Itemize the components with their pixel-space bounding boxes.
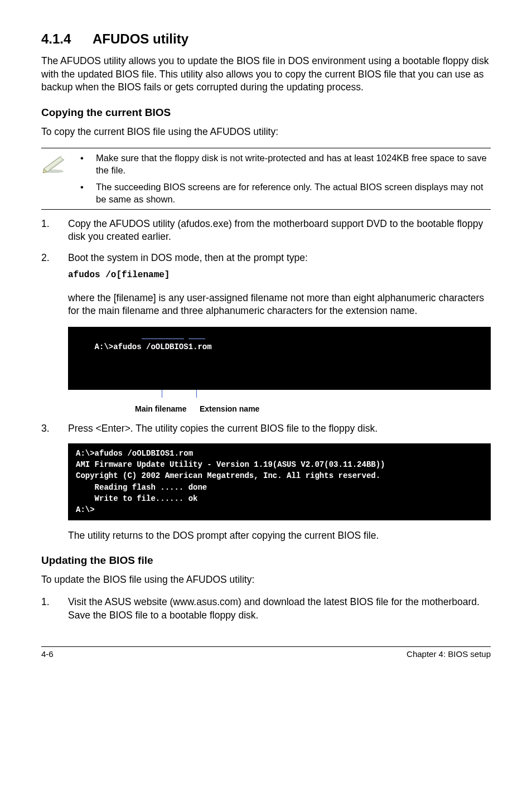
copy-leadin: To copy the current BIOS file using the …: [41, 125, 491, 139]
step2-explain: where the [filename] is any user-assigne…: [68, 292, 491, 318]
step-number: 1.: [41, 596, 50, 609]
note-text: Make sure that the floppy disk is not wr…: [96, 152, 491, 177]
bullet-icon: •: [80, 181, 96, 206]
footer-chapter: Chapter 4: BIOS setup: [407, 649, 491, 659]
after-copy-text: The utility returns to the DOS prompt af…: [68, 529, 491, 543]
section-number: 4.1.4: [41, 31, 93, 47]
step-text: Visit the ASUS website (www.asus.com) an…: [68, 596, 480, 621]
terminal-line: A:\>afudos /oOLDBIOS1.rom: [95, 342, 212, 351]
bullet-icon: •: [80, 152, 96, 177]
step-number: 1.: [41, 218, 50, 231]
section-heading: 4.1.4AFUDOS utility: [41, 31, 491, 47]
step-item: 1. Copy the AFUDOS utility (afudos.exe) …: [41, 218, 491, 244]
update-leadin: To update the BIOS file using the AFUDOS…: [41, 573, 491, 587]
underline-main: [142, 338, 184, 339]
intro-paragraph: The AFUDOS utility allows you to update …: [41, 55, 491, 94]
step-text: Boot the system in DOS mode, then at the…: [68, 252, 308, 263]
step-number: 3.: [41, 422, 50, 436]
underline-ext: [188, 338, 205, 339]
annotation-callout: Main filename Extension name: [68, 393, 491, 417]
note-text: The succeeding BIOS screens are for refe…: [96, 181, 491, 206]
annot-main-label: Main filename: [135, 404, 187, 413]
step-text: Copy the AFUDOS utility (afudos.exe) fro…: [68, 218, 483, 243]
step-item: 2. Boot the system in DOS mode, then at …: [41, 252, 491, 282]
copy-heading: Copying the current BIOS: [41, 107, 491, 119]
note-block: • Make sure that the floppy disk is not …: [41, 148, 491, 210]
footer-page-number: 4-6: [41, 649, 54, 659]
update-heading: Updating the BIOS file: [41, 554, 491, 567]
pencil-note-icon: [41, 152, 80, 176]
section-title-text: AFUDOS utility: [93, 31, 188, 46]
step-item: 1. Visit the ASUS website (www.asus.com)…: [41, 596, 491, 622]
terminal-output: A:\>afudos /oOLDBIOS1.rom AMI Firmware U…: [68, 443, 491, 520]
page-footer: 4-6 Chapter 4: BIOS setup: [41, 646, 491, 659]
step-item: 3. Press <Enter>. The utility copies the…: [41, 422, 491, 436]
step-text: Press <Enter>. The utility copies the cu…: [68, 423, 378, 434]
note-item: • Make sure that the floppy disk is not …: [80, 152, 491, 177]
step-number: 2.: [41, 252, 50, 265]
terminal-output: A:\>afudos /oOLDBIOS1.rom: [68, 327, 491, 390]
command-code: afudos /o[filename]: [68, 270, 170, 280]
note-item: • The succeeding BIOS screens are for re…: [80, 181, 491, 206]
annot-ext-label: Extension name: [200, 404, 259, 413]
